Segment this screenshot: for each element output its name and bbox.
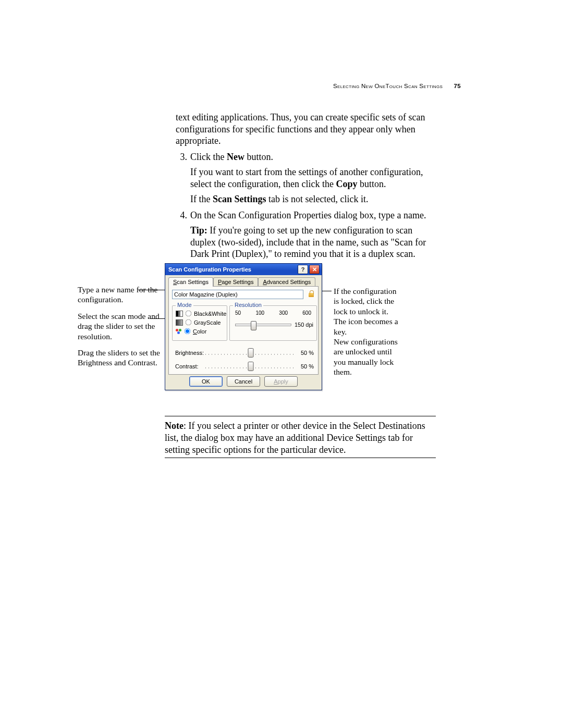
close-button[interactable]: ✕ xyxy=(309,265,320,274)
mode-color-radio[interactable] xyxy=(185,328,191,335)
callout-name: Type a new name for the configuration. xyxy=(78,285,161,305)
mode-bw-radio[interactable] xyxy=(186,311,192,317)
lock-icon[interactable] xyxy=(308,290,315,298)
close-icon: ✕ xyxy=(312,266,317,273)
ok-button[interactable]: OK xyxy=(189,376,223,387)
resolution-thumb[interactable] xyxy=(251,321,256,330)
mode-grayscale-label: GrayScale xyxy=(194,319,221,326)
resolution-legend: Resolution xyxy=(233,302,263,308)
contrast-label: Contrast: xyxy=(175,363,205,369)
tab-advanced-settings[interactable]: Advanced Settings xyxy=(258,277,315,287)
resolution-group: Resolution 50 100 300 600 150 dpi xyxy=(229,305,317,341)
dialog-titlebar[interactable]: Scan Configuration Properties ? ✕ xyxy=(165,264,322,275)
configuration-name-input[interactable] xyxy=(172,290,303,299)
contrast-row: Contrast: 50 % xyxy=(175,363,314,370)
mode-bw-label: Black&White xyxy=(194,311,226,317)
color-icon xyxy=(176,329,182,334)
running-head: Selecting New OneTouch Scan Settings 75 xyxy=(333,83,461,89)
step-4-number: 4. xyxy=(176,209,187,221)
step-4-tip: Tip: If you're going to set up the new c… xyxy=(190,225,435,260)
callouts-right: If the configuration is locked, click th… xyxy=(334,286,401,383)
step-4-line: On the Scan Configuration Properties dia… xyxy=(190,210,426,220)
brightness-slider[interactable] xyxy=(205,349,296,356)
step-3-number: 3. xyxy=(176,151,187,163)
apply-button[interactable]: Apply xyxy=(264,376,298,387)
scan-configuration-properties-dialog: Scan Configuration Properties ? ✕ Scan S… xyxy=(165,263,322,390)
dialog-title: Scan Configuration Properties xyxy=(168,266,251,273)
resolution-value: 150 dpi xyxy=(295,322,313,328)
resolution-ticks: 50 100 300 600 xyxy=(235,310,311,316)
dialog-button-row: OK Cancel Apply xyxy=(165,376,322,387)
bw-icon xyxy=(176,311,183,317)
grayscale-icon xyxy=(176,319,183,326)
note-rule-top xyxy=(165,416,436,416)
page-number: 75 xyxy=(454,83,461,89)
note-text: : If you select a printer or other devic… xyxy=(165,421,425,455)
callout-mode: Select the scan mode and drag the slider… xyxy=(78,311,161,341)
step-3: 3. Click the New button. If you want to … xyxy=(176,151,435,205)
step-3-line: Click the New button. xyxy=(190,152,273,162)
step-3-continuation-a: If you want to start from the settings o… xyxy=(190,166,435,190)
tab-page-settings[interactable]: Page Settings xyxy=(213,277,259,287)
callouts-left: Type a new name for the configuration. S… xyxy=(78,285,161,374)
step-4: 4. On the Scan Configuration Properties … xyxy=(176,209,435,260)
help-button[interactable]: ? xyxy=(298,265,308,274)
brightness-thumb[interactable] xyxy=(248,348,254,357)
mode-group: Mode Black&White GrayScale Color xyxy=(172,305,227,341)
brightness-row: Brightness: 50 % xyxy=(175,349,314,356)
cancel-button[interactable]: Cancel xyxy=(227,376,260,387)
callout-brightness-contrast: Drag the sliders to set the Brightness a… xyxy=(78,348,161,368)
contrast-thumb[interactable] xyxy=(248,362,254,371)
mode-color-label: Color xyxy=(193,328,206,335)
runhead-title: Selecting New OneTouch Scan Settings xyxy=(333,83,443,89)
note-paragraph: Note: If you select a printer or other d… xyxy=(165,420,436,456)
leader-line xyxy=(138,290,167,290)
body-text: text editing applications. Thus, you can… xyxy=(176,112,435,263)
note-rule-bottom xyxy=(165,458,436,458)
tab-pane-scan-settings: Mode Black&White GrayScale Color xyxy=(168,286,319,375)
tab-scan-settings[interactable]: Scan Settings xyxy=(168,277,213,287)
contrast-value: 50 % xyxy=(296,363,314,369)
step-3-continuation-b: If the Scan Settings tab is not selected… xyxy=(190,193,435,205)
tab-strip: Scan Settings Page Settings Advanced Set… xyxy=(168,277,322,286)
callout-lock: If the configuration is locked, click th… xyxy=(334,286,401,377)
note-label: Note xyxy=(165,421,183,431)
mode-grayscale-radio[interactable] xyxy=(186,319,192,326)
brightness-label: Brightness: xyxy=(175,350,205,356)
contrast-slider[interactable] xyxy=(205,363,296,370)
brightness-value: 50 % xyxy=(296,350,314,356)
resolution-slider[interactable] xyxy=(235,324,291,326)
mode-legend: Mode xyxy=(176,302,193,308)
help-icon: ? xyxy=(301,266,305,273)
intro-paragraph: text editing applications. Thus, you can… xyxy=(176,112,435,147)
